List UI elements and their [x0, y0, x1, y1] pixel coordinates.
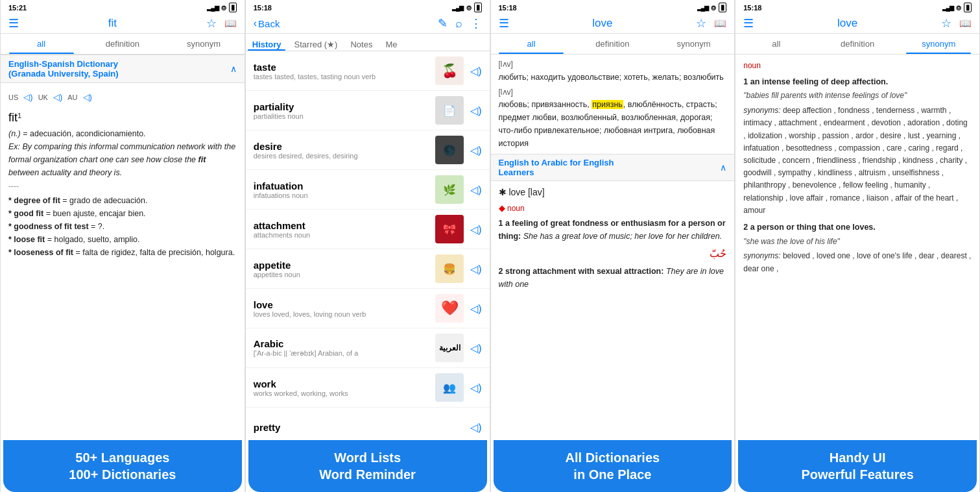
tab-all-1[interactable]: all: [1, 34, 82, 54]
battery-icon-3: ▮: [719, 3, 726, 12]
list-item[interactable]: appetite appetites noun 🍔 ◁): [246, 249, 490, 289]
list-item[interactable]: work works worked, working, works 👥 ◁): [246, 368, 490, 408]
noun-label-3: noun: [507, 204, 525, 213]
def1-synonym: 1 an intense feeling of deep affection.: [743, 75, 972, 89]
tab-bar-4: all definition synonym: [735, 34, 979, 55]
tab-synonym-4[interactable]: synonym: [898, 34, 979, 54]
list-item[interactable]: pretty ◁): [246, 408, 490, 440]
audio-icon-attachment[interactable]: ◁): [470, 223, 481, 236]
tab-definition-1[interactable]: definition: [82, 34, 163, 54]
dots-icon-2[interactable]: ⋮: [470, 16, 482, 31]
arabic-content: ✱ love [lav] ◆ noun 1 a feeling of great…: [491, 181, 735, 295]
list-item[interactable]: attachment attachments noun 🎀 ◁): [246, 210, 490, 249]
list-item[interactable]: partiality partialities noun 📄 ◁): [246, 91, 490, 130]
word-partiality: partiality: [254, 101, 429, 112]
word-work: work: [254, 378, 429, 389]
audio-uk-icon[interactable]: ◁): [53, 91, 62, 105]
tab-synonym-3[interactable]: synonym: [653, 34, 734, 54]
time-1: 15:21: [8, 4, 27, 12]
audio-us-label: US: [8, 92, 18, 104]
sub-infatuation: infatuations noun: [254, 191, 429, 199]
book-icon-4[interactable]: 📖: [959, 18, 972, 29]
menu-icon-3[interactable]: ☰: [499, 16, 509, 31]
audio-icon-partiality[interactable]: ◁): [470, 105, 481, 117]
audio-uk-label: UK: [38, 92, 48, 104]
list-item[interactable]: Arabic ['Ar-a-bic || 'ærəbɪk] Arabian, o…: [246, 328, 490, 368]
star-icon-4[interactable]: ☆: [941, 16, 951, 31]
list-item[interactable]: love loves loved, loves, loving noun ver…: [246, 289, 490, 328]
back-button[interactable]: ‹ Back: [254, 18, 280, 29]
arabic-word-line: حُبّ: [499, 245, 727, 262]
word-taste: taste: [254, 62, 429, 73]
history-tab[interactable]: History: [246, 34, 288, 51]
book-icon-3[interactable]: 📖: [714, 18, 726, 29]
audio-icon-appetite[interactable]: ◁): [470, 263, 481, 275]
notes-tab[interactable]: Notes: [344, 34, 379, 51]
book-icon-1[interactable]: 📖: [224, 18, 237, 29]
status-icons-4: ▂▄▆ ⌾ ▮: [942, 3, 972, 12]
starred-tab[interactable]: Starred (★): [288, 34, 344, 51]
nav-icons-3: ☆ 📖: [696, 16, 726, 31]
banner-1: 50+ Languages 100+ Dictionaries: [3, 440, 242, 492]
audio-us-icon[interactable]: ◁): [23, 91, 32, 105]
syns2-line: synonyms: beloved , loved one , love of …: [743, 250, 972, 275]
list-item[interactable]: infatuation infatuations noun 🌿 ◁): [246, 170, 490, 210]
history-text-arabic: Arabic ['Ar-a-bic || 'ærəbɪk] Arabian, o…: [254, 338, 429, 358]
search-icon-2[interactable]: ⌕: [455, 17, 462, 31]
phone-1: 15:21 ▂▄▆ ⌾ ▮ ☰ fit ☆ 📖 all definition s…: [0, 0, 245, 492]
nav-title-1: fit: [108, 17, 117, 30]
def2-synonym: 2 a person or thing that one loves.: [743, 221, 972, 234]
audio-au-label: AU: [67, 92, 77, 104]
audio-icon-desire[interactable]: ◁): [470, 144, 481, 156]
content-1: English-Spanish Dictionary(Granada Unive…: [1, 55, 245, 440]
history-tab-row: History Starred (★) Notes Me: [246, 34, 490, 51]
sub-work: works worked, working, works: [254, 389, 429, 397]
sub-love: loves loved, loves, loving noun verb: [254, 310, 429, 318]
audio-icon-taste[interactable]: ◁): [470, 65, 481, 77]
def1-quote: "babies fill parents with intense feelin…: [743, 90, 972, 103]
list-item[interactable]: taste tastes tasted, tastes, tasting nou…: [246, 51, 490, 91]
audio-icon-arabic[interactable]: ◁): [470, 342, 481, 354]
star-icon-3[interactable]: ☆: [696, 16, 706, 31]
thumb-attachment: 🎀: [435, 215, 464, 243]
audio-icon-work[interactable]: ◁): [470, 382, 481, 394]
tab-all-3[interactable]: all: [491, 34, 572, 54]
audio-icon-pretty[interactable]: ◁): [470, 421, 481, 434]
nav-bar-1: ☰ fit ☆ 📖: [1, 14, 245, 34]
word-fit: fit: [8, 111, 18, 124]
russian-content: [lʌv] любить; находить удовольствие; хот…: [491, 55, 735, 154]
menu-icon-1[interactable]: ☰: [8, 16, 19, 31]
collapse-icon-1[interactable]: ∧: [230, 64, 237, 74]
pencil-icon-2[interactable]: ✎: [438, 16, 448, 31]
noun-line-3: ◆ noun: [499, 202, 727, 215]
russian-line-1: любить; находить удовольствие; хотеть, ж…: [499, 71, 727, 84]
tab-all-4[interactable]: all: [735, 34, 817, 54]
sub-attachment: attachments noun: [254, 231, 429, 239]
audio-icon-love[interactable]: ◁): [470, 302, 481, 315]
time-4: 15:18: [743, 4, 761, 12]
def2-line: 2 strong attachment with sexual attracti…: [499, 265, 727, 291]
tab-definition-3[interactable]: definition: [572, 34, 653, 54]
menu-icon-4[interactable]: ☰: [743, 16, 754, 31]
audio-au-icon[interactable]: ◁): [83, 91, 92, 105]
thumb-work: 👥: [435, 373, 464, 402]
banner-3: All Dictionaries in One Place: [494, 440, 732, 492]
me-tab[interactable]: Me: [379, 34, 403, 51]
signal-icon-2: ▂▄▆: [452, 5, 463, 11]
status-bar-4: 15:18 ▂▄▆ ⌾ ▮: [735, 0, 979, 14]
audio-icon-infatuation[interactable]: ◁): [470, 184, 481, 196]
arabic-collapse-icon[interactable]: ∧: [720, 162, 726, 173]
phonetic-1: [lʌv]: [499, 58, 727, 71]
dict-section-header-1: English-Spanish Dictionary(Granada Unive…: [1, 55, 245, 83]
def-line-1: (n.) = adecuación, acondicionamiento.: [8, 127, 237, 140]
signal-icon: ▂▄▆: [207, 5, 218, 11]
superscript-1: 1: [18, 112, 21, 119]
list-item[interactable]: desire desires desired, desires, desirin…: [246, 130, 490, 170]
tab-definition-4[interactable]: definition: [817, 34, 898, 54]
def2-quote: "she was the love of his life": [743, 236, 972, 249]
tab-synonym-1[interactable]: synonym: [163, 34, 245, 54]
history-text-infatuation: infatuation infatuations noun: [254, 180, 429, 199]
star-icon-1[interactable]: ☆: [206, 16, 217, 31]
banner-line1-1: 50+ Languages 100+ Dictionaries: [11, 449, 234, 483]
syns1-line: synonyms: deep affection , fondness , te…: [743, 105, 972, 217]
